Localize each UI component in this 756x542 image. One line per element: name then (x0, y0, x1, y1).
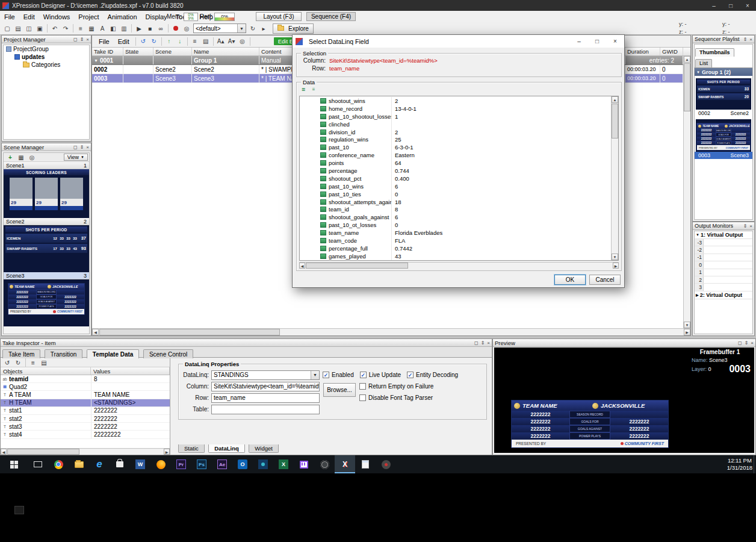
show-desktop-button[interactable] (754, 455, 756, 473)
chevron-down-icon[interactable]: ▼ (237, 24, 246, 33)
output-layer-row[interactable]: 3 (695, 284, 752, 291)
close-icon[interactable]: × (86, 37, 89, 42)
menu-windows[interactable]: Windows (39, 12, 75, 22)
scene3-thumbnail[interactable]: TEAM NAMEJACKSONVILLE 2222222SEASON RECO… (4, 279, 89, 326)
tree-item-categories[interactable]: Categories (4, 61, 89, 69)
play-icon[interactable]: ▶ (134, 23, 144, 33)
dock-icon[interactable]: ◻ (73, 145, 78, 150)
redo-icon[interactable]: ↷ (60, 23, 71, 33)
tab-datalinq[interactable]: DataLinq (208, 444, 245, 453)
redo-icon[interactable]: ↻ (149, 37, 160, 46)
list-icon[interactable]: ≡ (190, 37, 200, 46)
undo-icon[interactable]: ↶ (49, 23, 60, 33)
move-down-icon[interactable]: ↓ (175, 37, 185, 46)
tab-template-data[interactable]: Template Data (87, 349, 140, 359)
sequencer-item-selected[interactable]: TEAM NAMEJACKSONVILLE 2222222SEASON RECO… (695, 117, 752, 159)
group-icon[interactable]: ▤ (200, 37, 211, 46)
record-icon[interactable] (170, 23, 181, 33)
disable-font-tag-checkbox[interactable]: Disable Font Tag Parser (359, 394, 433, 401)
field-row[interactable]: past_106-3-0-1 (300, 143, 611, 151)
taskbar-xpression-active[interactable]: X (335, 455, 355, 473)
save-icon[interactable]: ◫ (23, 23, 34, 33)
taskbar-twitch[interactable] (294, 455, 314, 473)
field-row[interactable]: home_record13-4-0-1 (300, 105, 611, 113)
output-layer-row[interactable]: -1 (695, 254, 752, 261)
view-dropdown[interactable]: View▼ (64, 154, 88, 161)
sequence-button[interactable]: Sequence (F4) (306, 12, 356, 21)
new-icon[interactable]: ▢ (2, 23, 13, 33)
tree-view-icon[interactable]: ≣ (299, 86, 308, 93)
table-input[interactable] (211, 405, 320, 414)
takelist-menu-file[interactable]: File (94, 37, 114, 46)
object-row[interactable]: ▦Quad2 (1, 383, 170, 391)
search-icon[interactable]: ◎ (237, 37, 248, 46)
object-row[interactable]: Tstat12222222 (1, 407, 170, 415)
field-row[interactable]: games_played43 (300, 252, 611, 260)
return-empty-checkbox[interactable]: Return Empty on Failure (359, 383, 433, 390)
field-row[interactable]: team_codeFLA (300, 237, 611, 245)
image-icon[interactable]: ▥ (119, 23, 129, 33)
row-input[interactable]: team_name (211, 393, 320, 403)
cancel-button[interactable]: Cancel (589, 275, 621, 285)
field-row[interactable]: clinched (300, 120, 611, 128)
dialog-maximize-button[interactable]: □ (588, 35, 606, 48)
sequencer-thumbnail-0002[interactable]: SHOTS PER PERIOD ICEMEN33 SWAMP RABBITS2… (696, 78, 751, 110)
field-row[interactable]: division_id2 (300, 128, 611, 136)
pin-icon[interactable]: ⇕ (80, 37, 84, 42)
output-layer-row[interactable]: -2 (695, 246, 752, 254)
menu-file[interactable]: File (0, 12, 19, 22)
taskbar-clock[interactable]: 12:11 PM 1/31/2018 (727, 457, 752, 472)
field-row[interactable]: team_nameFlorida Everblades (300, 229, 611, 237)
close-icon[interactable]: × (751, 340, 754, 346)
sequencer-thumbnail-0003[interactable]: TEAM NAMEJACKSONVILLE 2222222SEASON RECO… (696, 119, 751, 152)
dock-icon[interactable]: ◻ (738, 340, 742, 346)
dialog-close-button[interactable]: × (606, 35, 624, 48)
ok-button[interactable]: OK (554, 275, 586, 285)
field-row[interactable]: past_10_ties0 (300, 190, 611, 198)
close-icon[interactable]: × (86, 145, 89, 150)
menu-project[interactable]: Project (74, 12, 103, 22)
dialog-minimize-button[interactable]: – (570, 35, 588, 48)
scene1-thumbnail[interactable]: SCORING LEADERS 29 29 29 (4, 169, 89, 218)
field-row[interactable]: shootout_wins2 (300, 97, 611, 105)
taskbar-app[interactable] (253, 455, 273, 473)
font-up-icon[interactable]: A▴ (215, 37, 226, 46)
taskbar-store[interactable] (110, 455, 130, 473)
field-row[interactable]: shootout_goals_against6 (300, 213, 611, 221)
scroll-left-icon[interactable]: ◀ (92, 329, 99, 335)
grid-icon[interactable]: ▦ (86, 23, 97, 33)
tree-item-projectgroup[interactable]: ProjectGroup (4, 45, 89, 53)
quad-icon[interactable]: ◧ (108, 23, 119, 33)
flat-icon[interactable]: ▤ (39, 358, 49, 367)
taskbar-outlook[interactable]: O (232, 455, 253, 473)
output-layer-row[interactable]: -3 (695, 239, 752, 246)
pin-icon[interactable]: ⇕ (481, 340, 485, 346)
live-update-checkbox[interactable]: ✓Live Update (360, 372, 401, 378)
explore-button[interactable]: Explore (273, 23, 314, 34)
object-row[interactable]: TA TEAMTEAM NAME (1, 391, 170, 399)
scroll-thumb[interactable] (99, 329, 280, 335)
tree-icon[interactable]: ≡ (28, 358, 39, 367)
scene3-header[interactable]: Scene33 (4, 272, 89, 279)
move-up-icon[interactable]: ↑ (164, 37, 175, 46)
start-button[interactable] (0, 455, 28, 473)
flag-icon[interactable]: ▸ (258, 23, 269, 33)
pin-icon[interactable]: ⇕ (745, 340, 749, 346)
list-icon[interactable]: ≡ (75, 23, 86, 33)
default-combo[interactable]: <default> ▼ (193, 23, 246, 33)
pin-icon[interactable]: ⇕ (743, 37, 748, 42)
add-scene-icon[interactable]: + (5, 152, 16, 162)
field-row[interactable]: shootout_attempts_against18 (300, 198, 611, 206)
minimize-button[interactable]: – (705, 0, 722, 11)
output-layer-row[interactable]: 1 (695, 269, 752, 276)
tree-item-updates[interactable]: updates (4, 53, 89, 61)
output-layer-row[interactable]: 0 (695, 261, 752, 269)
field-list-vscrollbar[interactable]: ▲ ▼ (611, 96, 618, 260)
menu-animation[interactable]: Animation (104, 12, 141, 22)
sequencer-item[interactable]: SHOTS PER PERIOD ICEMEN33 SWAMP RABBITS2… (695, 76, 752, 117)
field-row[interactable]: past_10_shootout_losses1 (300, 113, 611, 120)
column-input[interactable]: SiteKit\Statviewtype<team_id=%teamid%> (211, 382, 320, 391)
tab-transition[interactable]: Transition (45, 349, 83, 359)
datalinq-combo[interactable]: STANDINGS▼ (211, 370, 320, 380)
dock-icon[interactable]: ◻ (474, 340, 479, 346)
